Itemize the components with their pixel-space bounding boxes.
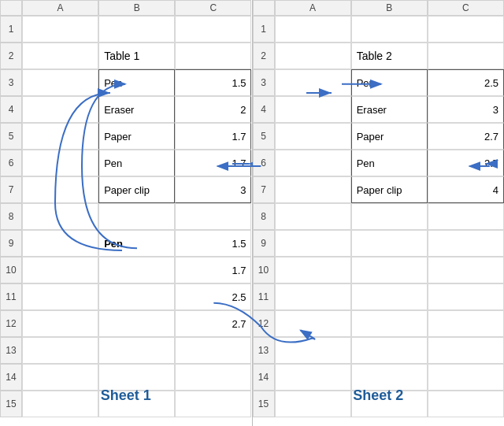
row-num2-11: 11 [253,283,275,310]
s1-r11-a [22,283,98,310]
s1-r9-c: 1.5 [175,230,251,257]
s1-r12-c: 2.7 [175,310,251,337]
s2-r9-a [275,230,351,257]
row-num-5: 5 [0,123,22,150]
s2-r13-c [428,337,504,364]
s1-r3-a [22,69,98,96]
sheet2-label: Sheet 2 [253,387,505,404]
row-num2-9: 9 [253,230,275,257]
row-num2-13: 13 [253,337,275,364]
s2-r5-c: 2.7 [428,123,504,150]
s2-r7-a [275,176,351,203]
row-num-7: 7 [0,176,22,203]
s1-r14-b [98,364,175,391]
s2-r12-a [275,310,351,337]
s1-r13-a [22,337,98,364]
sheet2: A B C 1 2 Table 2 3 Pen 2.5 4 Eraser 3 5… [253,0,505,426]
s1-r12-a [22,310,98,337]
s1-r11-c: 2.5 [175,283,251,310]
s2-r7-c: 4 [428,176,504,203]
s2-r10-b [351,257,428,283]
col-header-B2: B [351,0,428,16]
col-header-A2: A [275,0,351,16]
s2-r1-b [351,16,428,43]
row-num-11: 11 [0,283,22,310]
s2-r11-b [351,283,428,310]
row-num-4: 4 [0,96,22,123]
s2-r10-c [428,257,504,283]
sheet1: A B C 1 2 Table 1 3 Pen 1.5 4 Eraser 2 5… [0,0,253,426]
s2-r14-c [428,364,504,391]
row-num-1: 1 [0,16,22,43]
s2-r12-c [428,310,504,337]
s1-r6-b: Pen [98,150,175,176]
s2-r14-a [275,364,351,391]
row-num-3: 3 [0,69,22,96]
s2-r11-a [275,283,351,310]
s2-r14-b [351,364,428,391]
row-num-8: 8 [0,203,22,230]
s1-r1-c [175,16,251,43]
s1-r8-c [175,203,251,230]
s2-r6-b: Pen [351,150,428,176]
row-num2-6: 6 [253,150,275,176]
row-num-13: 13 [0,337,22,364]
s2-r3-b: Pen [351,69,428,96]
s1-r1-b [98,16,175,43]
s1-r8-b [98,203,175,230]
row-num-9: 9 [0,230,22,257]
col-header-C2: C [428,0,504,16]
s2-r10-a [275,257,351,283]
row-num-6: 6 [0,150,22,176]
s2-r2-b: Table 2 [351,43,428,69]
row-num-14: 14 [0,364,22,391]
s1-r5-a [22,123,98,150]
s1-r7-b: Paper clip [98,176,175,203]
row-num2-5: 5 [253,123,275,150]
s1-r1-a [22,16,98,43]
s2-r1-a [275,16,351,43]
s2-r4-a [275,96,351,123]
row-num2-12: 12 [253,310,275,337]
s1-r2-c [175,43,251,69]
s2-r9-c [428,230,504,257]
s1-r7-a [22,176,98,203]
s1-r13-c [175,337,251,364]
s2-r4-b: Eraser [351,96,428,123]
row-num2-3: 3 [253,69,275,96]
row-num2-7: 7 [253,176,275,203]
row-num2-4: 4 [253,96,275,123]
s1-r10-c: 1.7 [175,257,251,283]
s1-r6-c: 1.7 [175,150,251,176]
s2-r13-b [351,337,428,364]
s1-r14-c [175,364,251,391]
s2-r8-b [351,203,428,230]
col-header-B1: B [98,0,175,16]
s2-r8-a [275,203,351,230]
s1-r8-a [22,203,98,230]
s2-r5-a [275,123,351,150]
s1-r5-b: Paper [98,123,175,150]
s1-r3-b: Pen [98,69,175,96]
s1-r2-b: Table 1 [98,43,175,69]
sheet1-label: Sheet 1 [0,387,252,404]
s2-r7-b: Paper clip [351,176,428,203]
s1-r10-a [22,257,98,283]
col-header-A1: A [22,0,98,16]
row-num2-2: 2 [253,43,275,69]
row-num-12: 12 [0,310,22,337]
corner-header2 [253,0,275,16]
s2-r1-c [428,16,504,43]
s1-r4-c: 2 [175,96,251,123]
s2-r12-b [351,310,428,337]
s1-r11-b [98,283,175,310]
s2-r4-c: 3 [428,96,504,123]
s1-r3-c: 1.5 [175,69,251,96]
row-num2-1: 1 [253,16,275,43]
s1-r10-b [98,257,175,283]
s1-r12-b [98,310,175,337]
s1-r2-a [22,43,98,69]
row-num-2: 2 [0,43,22,69]
s2-r6-a [275,150,351,176]
s2-r11-c [428,283,504,310]
